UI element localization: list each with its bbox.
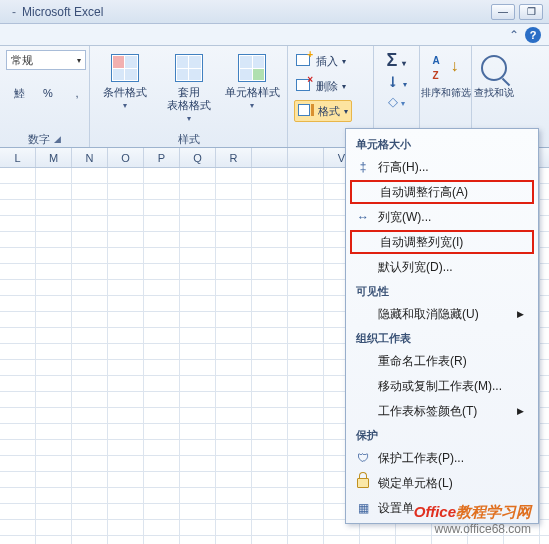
grid-cell[interactable]: [180, 168, 216, 183]
grid-cell[interactable]: [72, 408, 108, 423]
grid-cell[interactable]: [216, 440, 252, 455]
grid-cell[interactable]: [216, 200, 252, 215]
menu-protect-sheet[interactable]: 🛡 保护工作表(P)...: [350, 446, 534, 470]
grid-cell[interactable]: [72, 392, 108, 407]
grid-cell[interactable]: [144, 312, 180, 327]
grid-cell[interactable]: [252, 472, 288, 487]
grid-cell[interactable]: [216, 488, 252, 503]
grid-cell[interactable]: [72, 168, 108, 183]
grid-cell[interactable]: [252, 456, 288, 471]
grid-cell[interactable]: [288, 200, 324, 215]
col-header[interactable]: Q: [180, 148, 216, 167]
percent-format-button[interactable]: %: [35, 82, 61, 104]
grid-cell[interactable]: [216, 504, 252, 519]
grid-cell[interactable]: [0, 328, 36, 343]
grid-cell[interactable]: [144, 440, 180, 455]
grid-cell[interactable]: [0, 248, 36, 263]
grid-cell[interactable]: [252, 408, 288, 423]
grid-cell[interactable]: [0, 264, 36, 279]
grid-cell[interactable]: [108, 264, 144, 279]
grid-cell[interactable]: [288, 232, 324, 247]
grid-cell[interactable]: [144, 344, 180, 359]
grid-cell[interactable]: [180, 408, 216, 423]
grid-cell[interactable]: [252, 232, 288, 247]
grid-cell[interactable]: [288, 392, 324, 407]
grid-cell[interactable]: [216, 520, 252, 535]
grid-cell[interactable]: [180, 328, 216, 343]
grid-cell[interactable]: [72, 376, 108, 391]
grid-cell[interactable]: [72, 248, 108, 263]
grid-cell[interactable]: [144, 232, 180, 247]
grid-cell[interactable]: [108, 392, 144, 407]
grid-cell[interactable]: [216, 328, 252, 343]
grid-cell[interactable]: [252, 440, 288, 455]
menu-move-copy-sheet[interactable]: 移动或复制工作表(M)...: [350, 374, 534, 398]
grid-cell[interactable]: [288, 360, 324, 375]
grid-cell[interactable]: [36, 488, 72, 503]
grid-cell[interactable]: [108, 440, 144, 455]
grid-cell[interactable]: [288, 216, 324, 231]
grid-cell[interactable]: [324, 536, 360, 544]
grid-cell[interactable]: [144, 184, 180, 199]
grid-cell[interactable]: [108, 488, 144, 503]
grid-cell[interactable]: [288, 296, 324, 311]
grid-cell[interactable]: [144, 456, 180, 471]
grid-cell[interactable]: [180, 440, 216, 455]
grid-cell[interactable]: [108, 184, 144, 199]
grid-cell[interactable]: [72, 456, 108, 471]
grid-cell[interactable]: [216, 232, 252, 247]
grid-cell[interactable]: [108, 344, 144, 359]
grid-cell[interactable]: [36, 312, 72, 327]
grid-cell[interactable]: [180, 360, 216, 375]
grid-cell[interactable]: [288, 424, 324, 439]
fill-button[interactable]: 🠗 ▾: [386, 75, 407, 90]
grid-cell[interactable]: [72, 424, 108, 439]
grid-cell[interactable]: [0, 360, 36, 375]
col-header[interactable]: [288, 148, 324, 167]
grid-cell[interactable]: [216, 168, 252, 183]
delete-cells-button[interactable]: 删除 ▾: [294, 75, 346, 97]
grid-cell[interactable]: [180, 392, 216, 407]
grid-cell[interactable]: [0, 424, 36, 439]
grid-cell[interactable]: [180, 248, 216, 263]
menu-tab-color[interactable]: 工作表标签颜色(T) ▶: [350, 399, 534, 423]
grid-cell[interactable]: [288, 344, 324, 359]
menu-rename-sheet[interactable]: 重命名工作表(R): [350, 349, 534, 373]
grid-cell[interactable]: [252, 344, 288, 359]
grid-cell[interactable]: [36, 392, 72, 407]
grid-cell[interactable]: [216, 408, 252, 423]
grid-cell[interactable]: [36, 520, 72, 535]
grid-cell[interactable]: [180, 264, 216, 279]
grid-cell[interactable]: [108, 200, 144, 215]
grid-cell[interactable]: [108, 296, 144, 311]
grid-cell[interactable]: [108, 360, 144, 375]
grid-cell[interactable]: [144, 424, 180, 439]
col-header[interactable]: N: [72, 148, 108, 167]
grid-cell[interactable]: [252, 200, 288, 215]
grid-cell[interactable]: [0, 456, 36, 471]
grid-cell[interactable]: [108, 472, 144, 487]
dialog-launcher-icon[interactable]: ◢: [54, 134, 61, 144]
menu-hide-unhide[interactable]: 隐藏和取消隐藏(U) ▶: [350, 302, 534, 326]
grid-cell[interactable]: [0, 168, 36, 183]
grid-cell[interactable]: [36, 248, 72, 263]
grid-cell[interactable]: [144, 168, 180, 183]
grid-cell[interactable]: [216, 536, 252, 544]
grid-cell[interactable]: [144, 264, 180, 279]
grid-cell[interactable]: [144, 376, 180, 391]
accounting-format-button[interactable]: 鯥: [6, 82, 32, 104]
grid-cell[interactable]: [180, 376, 216, 391]
grid-cell[interactable]: [72, 280, 108, 295]
grid-cell[interactable]: [36, 216, 72, 231]
col-header[interactable]: [252, 148, 288, 167]
grid-cell[interactable]: [180, 536, 216, 544]
grid-cell[interactable]: [72, 472, 108, 487]
grid-cell[interactable]: [36, 536, 72, 544]
grid-cell[interactable]: [288, 440, 324, 455]
find-select-button[interactable]: 查找和说: [474, 50, 514, 101]
grid-cell[interactable]: [180, 472, 216, 487]
grid-cell[interactable]: [108, 312, 144, 327]
grid-cell[interactable]: [288, 184, 324, 199]
grid-cell[interactable]: [36, 200, 72, 215]
grid-cell[interactable]: [72, 200, 108, 215]
